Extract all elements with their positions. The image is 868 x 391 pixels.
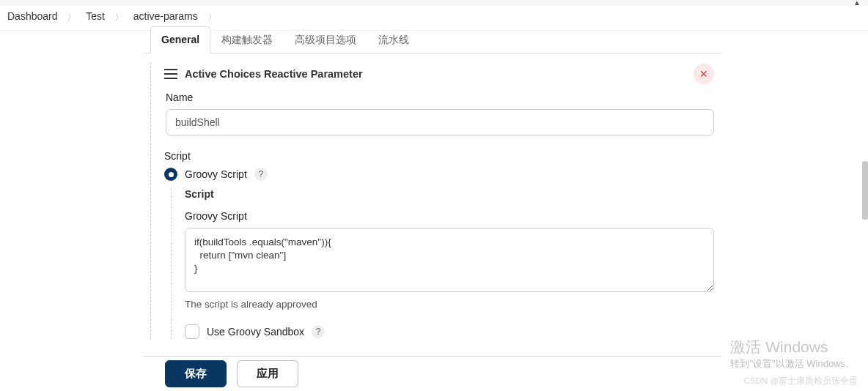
chevron-right-icon: 〉 [115, 12, 123, 21]
section-title: Active Choices Reactive Parameter [185, 68, 363, 80]
tab-bar: General 构建触发器 高级项目选项 流水线 [143, 26, 721, 53]
save-button[interactable]: 保存 [165, 360, 227, 387]
groovy-script-textarea[interactable] [185, 228, 714, 292]
help-icon[interactable]: ? [254, 168, 268, 181]
breadcrumb-activeparams[interactable]: active-params [133, 10, 198, 22]
groovy-script-radio[interactable] [164, 168, 177, 181]
tab-general[interactable]: General [150, 26, 210, 53]
chevron-right-icon: 〉 [208, 12, 216, 21]
footer-bar: 保存 应用 [143, 356, 721, 391]
tab-pipeline[interactable]: 流水线 [367, 26, 420, 53]
windows-watermark: 激活 Windows 转到"设置"以激活 Windows。 [730, 337, 855, 370]
close-icon[interactable]: ✕ [694, 64, 714, 84]
scroll-up-caret[interactable]: ▲ [853, 0, 861, 7]
tab-triggers[interactable]: 构建触发器 [210, 26, 284, 53]
name-input[interactable] [166, 109, 714, 135]
apply-button[interactable]: 应用 [237, 360, 298, 387]
name-label: Name [166, 92, 714, 103]
drag-handle-icon[interactable] [164, 69, 177, 79]
help-icon[interactable]: ? [312, 325, 325, 338]
tab-advanced[interactable]: 高级项目选项 [284, 26, 367, 53]
sandbox-label: Use Groovy Sandbox [207, 326, 304, 338]
sandbox-checkbox[interactable] [185, 324, 199, 339]
chevron-right-icon: 〉 [67, 12, 76, 21]
scrollbar-thumb[interactable] [862, 161, 868, 220]
breadcrumb-test[interactable]: Test [86, 10, 105, 22]
script-sub-head: Script [185, 188, 714, 200]
groovy-script-label: Groovy Script [185, 210, 714, 222]
breadcrumb-dashboard[interactable]: Dashboard [7, 10, 58, 22]
script-label: Script [164, 150, 714, 162]
script-approved-text: The script is already approved [185, 299, 714, 310]
csdn-watermark: CSDN @富士康质检员张全蛋 [744, 376, 858, 387]
groovy-script-radio-label: Groovy Script [185, 168, 247, 180]
